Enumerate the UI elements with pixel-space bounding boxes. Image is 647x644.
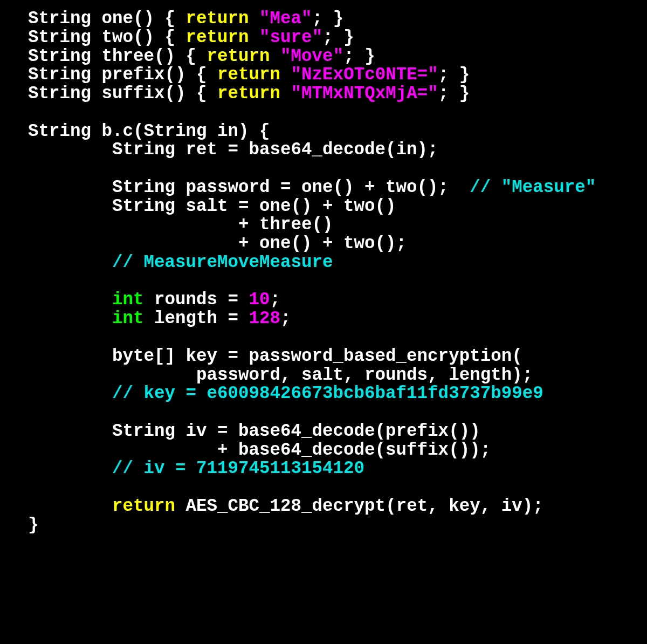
line-password: String password = one() + two(); // "Mea… bbox=[28, 177, 596, 197]
line-ret: String ret = base64_decode(in); bbox=[28, 140, 438, 160]
line-fn-suffix: String suffix() { return "MTMxNTQxMjA=";… bbox=[28, 84, 470, 104]
line-fn-three: String three() { return "Move"; } bbox=[28, 46, 375, 66]
line-fn-prefix: String prefix() { return "NzExOTc0NTE=";… bbox=[28, 65, 470, 85]
comment-iv: // iv = 7119745113154120 bbox=[28, 458, 364, 478]
comment-salt: // MeasureMoveMeasure bbox=[28, 252, 333, 272]
line-key-2: password, salt, rounds, length); bbox=[28, 365, 533, 385]
line-iv-2: + base64_decode(suffix()); bbox=[28, 440, 491, 460]
line-bc-sig: String b.c(String in) { bbox=[28, 121, 270, 141]
line-salt-2: + three() bbox=[28, 215, 333, 235]
line-length: int length = 128; bbox=[28, 309, 291, 328]
line-return: return AES_CBC_128_decrypt(ret, key, iv)… bbox=[28, 496, 543, 516]
comment-key: // key = e60098426673bcb6baf11fd3737b99e… bbox=[28, 383, 543, 403]
line-fn-two: String two() { return "sure"; } bbox=[28, 28, 354, 47]
line-rounds: int rounds = 10; bbox=[28, 290, 280, 310]
line-key-1: byte[] key = password_based_encryption( bbox=[28, 346, 522, 366]
code-block: String one() { return "Mea"; } String tw… bbox=[0, 0, 647, 535]
line-salt-1: String salt = one() + two() bbox=[28, 196, 396, 216]
line-close: } bbox=[28, 515, 39, 535]
line-salt-3: + one() + two(); bbox=[28, 234, 407, 254]
line-iv-1: String iv = base64_decode(prefix()) bbox=[28, 421, 480, 441]
line-fn-one: String one() { return "Mea"; } bbox=[28, 9, 343, 29]
